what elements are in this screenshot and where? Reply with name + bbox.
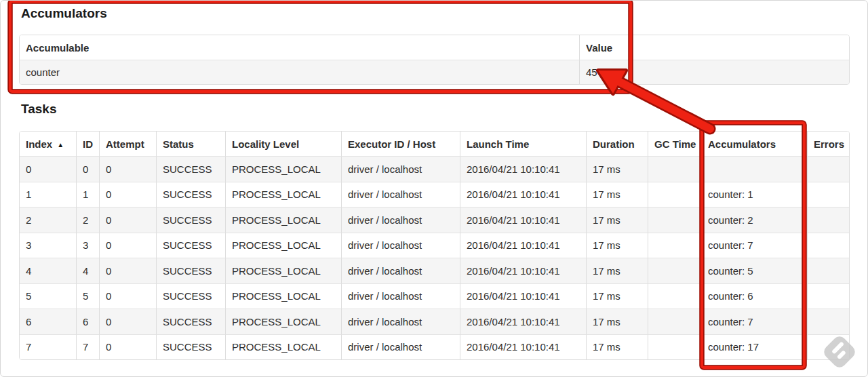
col-header-gc-time[interactable]: GC Time	[648, 132, 701, 156]
cell-id: 0	[76, 156, 99, 182]
cell-gc-time	[648, 283, 701, 309]
cell-launch-time: 2016/04/21 10:10:41	[460, 182, 586, 207]
cell-accumulators: counter: 1	[701, 182, 807, 207]
cell-executor: driver / localhost	[341, 309, 460, 334]
cell-id: 6	[76, 309, 99, 334]
cell-locality: PROCESS_LOCAL	[225, 283, 341, 309]
task-row: 4 4 0 SUCCESS PROCESS_LOCAL driver / loc…	[20, 258, 849, 283]
cell-index: 5	[20, 283, 76, 309]
cell-locality: PROCESS_LOCAL	[225, 334, 341, 360]
cell-duration: 17 ms	[586, 182, 648, 207]
cell-executor: driver / localhost	[341, 156, 460, 182]
cell-duration: 17 ms	[586, 207, 648, 233]
cell-attempt: 0	[99, 233, 156, 258]
cell-index: 2	[20, 207, 76, 233]
cell-status: SUCCESS	[156, 182, 225, 207]
cell-executor: driver / localhost	[341, 207, 460, 233]
cell-executor: driver / localhost	[341, 283, 460, 309]
cell-errors	[807, 283, 849, 309]
col-header-attempt[interactable]: Attempt	[99, 132, 156, 156]
task-row: 0 0 0 SUCCESS PROCESS_LOCAL driver / loc…	[20, 156, 849, 182]
cell-attempt: 0	[99, 156, 156, 182]
cell-launch-time: 2016/04/21 10:10:41	[460, 283, 586, 309]
accumulator-row: counter 45	[20, 60, 849, 84]
cell-status: SUCCESS	[156, 156, 225, 182]
cell-id: 1	[76, 182, 99, 207]
col-header-index-label: Index	[26, 138, 52, 150]
cell-status: SUCCESS	[156, 334, 225, 360]
task-row: 6 6 0 SUCCESS PROCESS_LOCAL driver / loc…	[20, 309, 849, 334]
cell-index: 0	[20, 156, 76, 182]
cell-gc-time	[648, 258, 701, 283]
col-header-accumulable[interactable]: Accumulable	[20, 35, 579, 60]
cell-id: 7	[76, 334, 99, 360]
tasks-section-title: Tasks	[21, 100, 56, 118]
cell-errors	[807, 334, 849, 360]
cell-gc-time	[648, 207, 701, 233]
cell-errors	[807, 309, 849, 334]
cell-duration: 17 ms	[586, 334, 648, 360]
cell-errors	[807, 233, 849, 258]
task-row: 3 3 0 SUCCESS PROCESS_LOCAL driver / loc…	[20, 233, 849, 258]
cell-gc-time	[648, 309, 701, 334]
cell-id: 5	[76, 283, 99, 309]
accumulators-table: Accumulable Value counter 45	[19, 35, 850, 85]
col-header-value[interactable]: Value	[579, 35, 849, 60]
cell-locality: PROCESS_LOCAL	[225, 258, 341, 283]
cell-launch-time: 2016/04/21 10:10:41	[460, 207, 586, 233]
accumulators-section-title: Accumulators	[21, 5, 107, 22]
accumulators-header-row: Accumulable Value	[20, 35, 849, 60]
cell-launch-time: 2016/04/21 10:10:41	[460, 156, 586, 182]
sort-ascending-icon: ▲	[57, 141, 64, 148]
tasks-header-row: Index▲ ID Attempt Status Locality Level …	[20, 132, 849, 156]
col-header-errors[interactable]: Errors	[807, 132, 849, 156]
cell-status: SUCCESS	[156, 283, 225, 309]
col-header-launch-time[interactable]: Launch Time	[460, 132, 586, 156]
cell-duration: 17 ms	[586, 309, 648, 334]
cell-index: 1	[20, 182, 76, 207]
col-header-executor-id-host[interactable]: Executor ID / Host	[341, 132, 460, 156]
col-header-duration[interactable]: Duration	[586, 132, 648, 156]
cell-duration: 17 ms	[586, 156, 648, 182]
cell-accumulators: counter: 5	[701, 258, 807, 283]
cell-accumulators: counter: 7	[701, 233, 807, 258]
cell-accumulators: counter: 7	[701, 309, 807, 334]
col-header-status[interactable]: Status	[156, 132, 225, 156]
col-header-locality-level[interactable]: Locality Level	[225, 132, 341, 156]
cell-attempt: 0	[99, 334, 156, 360]
cell-index: 7	[20, 334, 76, 360]
cell-accumulators: counter: 2	[701, 207, 807, 233]
cell-duration: 17 ms	[586, 258, 648, 283]
cell-gc-time	[648, 233, 701, 258]
cell-status: SUCCESS	[156, 258, 225, 283]
cell-accumulators: counter: 17	[701, 334, 807, 360]
cell-duration: 17 ms	[586, 283, 648, 309]
cell-launch-time: 2016/04/21 10:10:41	[460, 233, 586, 258]
cell-errors	[807, 258, 849, 283]
cell-duration: 17 ms	[586, 233, 648, 258]
cell-gc-time	[648, 334, 701, 360]
cell-index: 3	[20, 233, 76, 258]
cell-attempt: 0	[99, 182, 156, 207]
col-header-index[interactable]: Index▲	[20, 132, 76, 156]
cell-errors	[807, 182, 849, 207]
cell-gc-time	[648, 156, 701, 182]
cell-executor: driver / localhost	[341, 233, 460, 258]
cell-locality: PROCESS_LOCAL	[225, 156, 341, 182]
cell-errors	[807, 156, 849, 182]
cell-status: SUCCESS	[156, 309, 225, 334]
cell-gc-time	[648, 182, 701, 207]
task-row: 7 7 0 SUCCESS PROCESS_LOCAL driver / loc…	[20, 334, 849, 360]
cell-status: SUCCESS	[156, 207, 225, 233]
col-header-id[interactable]: ID	[76, 132, 99, 156]
cell-locality: PROCESS_LOCAL	[225, 233, 341, 258]
col-header-accumulators[interactable]: Accumulators	[701, 132, 807, 156]
cell-id: 2	[76, 207, 99, 233]
cell-attempt: 0	[99, 258, 156, 283]
cell-launch-time: 2016/04/21 10:10:41	[460, 334, 586, 360]
cell-executor: driver / localhost	[341, 258, 460, 283]
cell-index: 6	[20, 309, 76, 334]
task-row: 2 2 0 SUCCESS PROCESS_LOCAL driver / loc…	[20, 207, 849, 233]
cell-executor: driver / localhost	[341, 182, 460, 207]
cell-locality: PROCESS_LOCAL	[225, 207, 341, 233]
